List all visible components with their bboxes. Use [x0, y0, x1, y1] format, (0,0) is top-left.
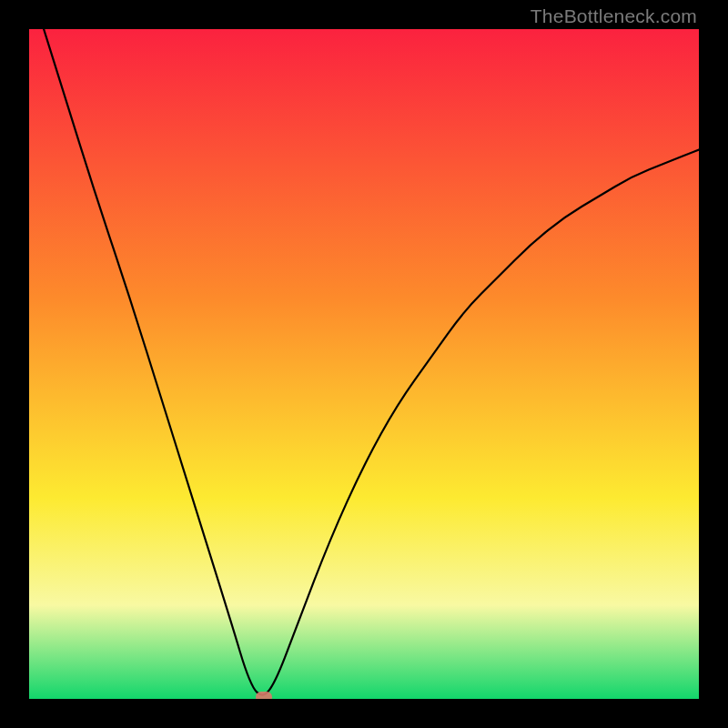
gradient-background	[29, 29, 699, 699]
chart-svg	[29, 29, 699, 699]
chart-frame: TheBottleneck.com	[0, 0, 728, 728]
plot-area	[29, 29, 699, 699]
attribution-text: TheBottleneck.com	[531, 5, 697, 27]
optimal-point-marker	[256, 692, 272, 699]
